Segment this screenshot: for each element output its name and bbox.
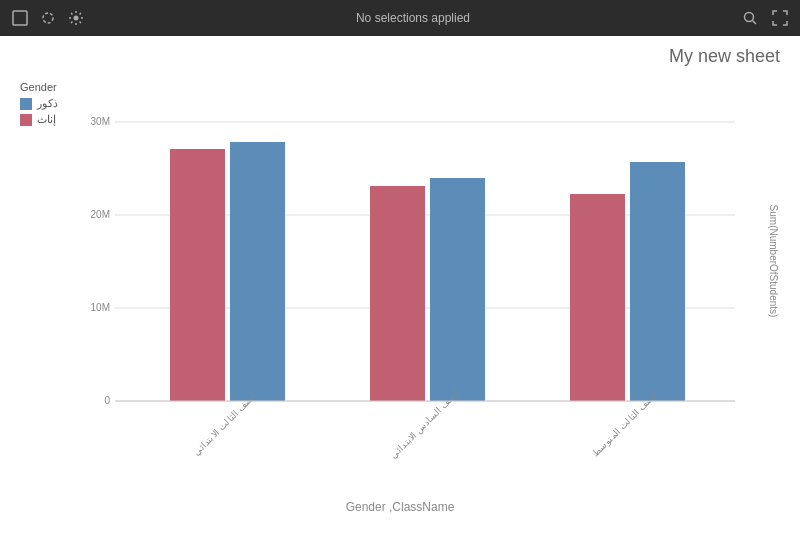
svg-text:30M: 30M xyxy=(91,116,110,127)
chart-container: Gender ذكور إناث 0 10M 20M 30M xyxy=(20,81,780,484)
x-axis-label: Gender ,ClassName xyxy=(346,500,455,514)
legend-color-male xyxy=(20,98,32,110)
bar-group1-female xyxy=(170,149,225,401)
legend-label-male: ذكور xyxy=(37,97,58,110)
sheet-title: My new sheet xyxy=(669,46,780,67)
toolbar-right xyxy=(740,8,790,28)
toolbar: No selections applied xyxy=(0,0,800,36)
select-icon-1[interactable] xyxy=(10,8,30,28)
svg-text:10M: 10M xyxy=(91,302,110,313)
chart-legend: Gender ذكور إناث xyxy=(20,81,58,129)
bar-group3-male xyxy=(630,162,685,401)
bar-group2-male xyxy=(430,178,485,401)
legend-color-female xyxy=(20,114,32,126)
search-icon[interactable] xyxy=(740,8,760,28)
legend-label-female: إناث xyxy=(37,113,56,126)
svg-rect-0 xyxy=(13,11,27,25)
svg-text:20M: 20M xyxy=(91,209,110,220)
selection-status: No selections applied xyxy=(94,11,732,25)
svg-point-3 xyxy=(745,13,754,22)
bar-group3-female xyxy=(570,194,625,401)
bar-chart-svg: 0 10M 20M 30M Sum(NumberOfStudents) الصف… xyxy=(75,81,795,461)
svg-point-2 xyxy=(74,16,79,21)
legend-item-female: إناث xyxy=(20,113,58,126)
fullscreen-icon[interactable] xyxy=(770,8,790,28)
bar-group1-male xyxy=(230,142,285,401)
bar-group2-female xyxy=(370,186,425,401)
svg-text:Sum(NumberOfStudents): Sum(NumberOfStudents) xyxy=(768,205,779,318)
svg-line-4 xyxy=(753,21,757,25)
main-content: My new sheet Gender ذكور إناث xyxy=(0,36,800,534)
svg-point-1 xyxy=(43,13,53,23)
legend-item-male: ذكور xyxy=(20,97,58,110)
settings-icon[interactable] xyxy=(66,8,86,28)
lasso-icon[interactable] xyxy=(38,8,58,28)
svg-text:0: 0 xyxy=(104,395,110,406)
legend-title: Gender xyxy=(20,81,58,93)
